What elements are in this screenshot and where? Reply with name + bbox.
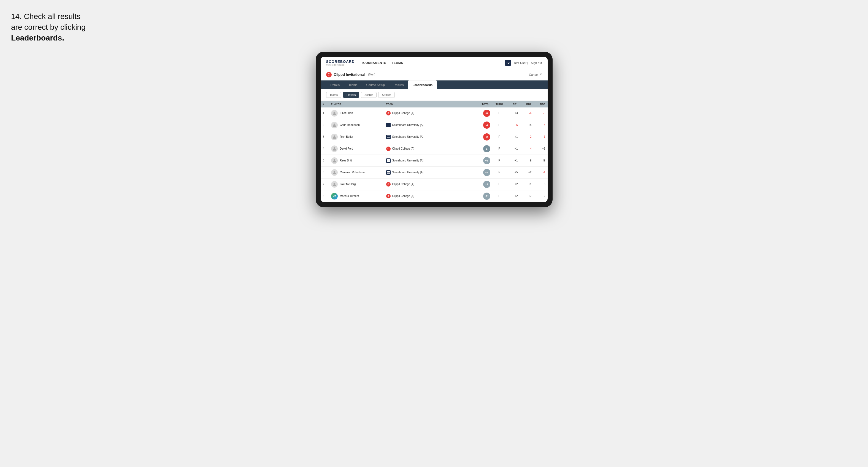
thru-cell: F [493, 155, 506, 166]
team-cell: Scoreboard University [A] [384, 119, 473, 131]
filter-scores[interactable]: Scores [361, 92, 377, 98]
player-cell: Cameron Robertson [329, 166, 384, 178]
player-cell: Chris Robertson [329, 119, 384, 131]
rd2-cell: +5 [520, 119, 534, 131]
rd3-cell: -5 [534, 107, 548, 119]
col-rd3: RD3 [534, 101, 548, 107]
thru-cell: F [493, 166, 506, 178]
user-name: Test User | [514, 61, 528, 64]
filter-players[interactable]: Players [343, 92, 359, 98]
rd1-cell: +5 [506, 166, 520, 178]
total-cell: +9 [473, 178, 493, 190]
rd3-cell: +3 [534, 143, 548, 155]
thru-cell: F [493, 107, 506, 119]
svg-point-5 [333, 171, 335, 173]
rank-cell: 2 [321, 119, 329, 131]
rd1-cell: +3 [506, 107, 520, 119]
rd2-cell: +7 [520, 190, 534, 202]
instruction-block: 14. Check all results are correct by cli… [11, 11, 116, 43]
col-player: PLAYER [329, 101, 384, 107]
col-team: TEAM [384, 101, 473, 107]
tab-leaderboards[interactable]: Leaderboards [408, 81, 437, 89]
table-row: 3 Rich Butler Scoreboard University [A] … [321, 131, 548, 143]
tournament-header: C Clippd Invitational (Men) Cancel ✕ [321, 69, 548, 81]
total-cell: +6 [473, 166, 493, 178]
tab-details[interactable]: Details [326, 81, 344, 89]
svg-point-3 [333, 147, 335, 149]
nav-left: SCOREBOARD Powered by clippd TOURNAMENTS… [326, 60, 403, 66]
player-cell: Rich Butler [329, 131, 384, 143]
tournament-badge: (Men) [368, 73, 375, 76]
device-screen: SCOREBOARD Powered by clippd TOURNAMENTS… [321, 57, 548, 202]
tournament-name: Clippd Invitational [334, 72, 365, 76]
total-cell: -4 [473, 119, 493, 131]
nav-link-tournaments[interactable]: TOURNAMENTS [361, 60, 386, 66]
total-cell: +11 [473, 190, 493, 202]
tab-bar: Details Teams Course Setup Results Leade… [321, 81, 548, 89]
tab-course-setup[interactable]: Course Setup [362, 81, 389, 89]
rank-cell: 7 [321, 178, 329, 190]
signout-link[interactable]: Sign out [531, 61, 542, 64]
logo-text: SCOREBOARD [326, 60, 355, 64]
filter-teams[interactable]: Teams [326, 92, 341, 98]
col-rd1: RD1 [506, 101, 520, 107]
total-cell: -8 [473, 107, 493, 119]
col-total: TOTAL [473, 101, 493, 107]
thru-cell: F [493, 131, 506, 143]
rank-cell: 6 [321, 166, 329, 178]
filter-strokes[interactable]: Strokes [378, 92, 395, 98]
rd1-cell: +2 [506, 190, 520, 202]
rd1-cell: +1 [506, 131, 520, 143]
rd2-cell: +1 [520, 178, 534, 190]
rd1-cell: +1 [506, 143, 520, 155]
rd2-cell: -6 [520, 107, 534, 119]
tab-teams[interactable]: Teams [344, 81, 362, 89]
thru-cell: F [493, 190, 506, 202]
logo-sub: Powered by clippd [326, 64, 355, 66]
svg-point-2 [333, 135, 335, 137]
rd3-cell: -4 [534, 119, 548, 131]
total-cell: +1 [473, 155, 493, 166]
player-cell: Blair McHarg [329, 178, 384, 190]
svg-point-6 [333, 183, 335, 184]
rd3-cell: E [534, 155, 548, 166]
cancel-button[interactable]: Cancel ✕ [529, 73, 542, 76]
player-cell: Elliot Ebert [329, 107, 384, 119]
team-cell: Scoreboard University [A] [384, 155, 473, 166]
rd2-cell: -2 [520, 131, 534, 143]
col-rank: # [321, 101, 329, 107]
logo-area: SCOREBOARD Powered by clippd [326, 60, 355, 66]
team-cell: C Clippd College [A] [384, 143, 473, 155]
tab-results[interactable]: Results [389, 81, 408, 89]
table-row: 1 Elliot Ebert C Clippd College [A] -8 F… [321, 107, 548, 119]
rd3-cell: -1 [534, 131, 548, 143]
svg-point-0 [333, 112, 335, 113]
thru-cell: F [493, 178, 506, 190]
rank-cell: 3 [321, 131, 329, 143]
rd2-cell: -4 [520, 143, 534, 155]
rd2-cell: +2 [520, 166, 534, 178]
col-thru: THRU [493, 101, 506, 107]
table-row: 7 Blair McHarg C Clippd College [A] +9 F… [321, 178, 548, 190]
rank-cell: 8 [321, 190, 329, 202]
rd2-cell: E [520, 155, 534, 166]
leaderboard-table: # PLAYER TEAM TOTAL THRU RD1 RD2 RD3 1 E… [321, 101, 548, 202]
rank-cell: 5 [321, 155, 329, 166]
rank-cell: 1 [321, 107, 329, 119]
player-cell: MT Marcus Turners [329, 190, 384, 202]
team-cell: Scoreboard University [A] [384, 131, 473, 143]
nav-right: TU Test User | Sign out [505, 60, 542, 66]
filter-bar: Teams Players Scores Strokes [321, 89, 548, 101]
thru-cell: F [493, 143, 506, 155]
user-avatar: TU [505, 60, 511, 66]
table-row: 6 Cameron Robertson Scoreboard Universit… [321, 166, 548, 178]
nav-link-teams[interactable]: TEAMS [392, 60, 403, 66]
total-cell: E [473, 143, 493, 155]
player-cell: Rees Britt [329, 155, 384, 166]
table-row: 2 Chris Robertson Scoreboard University … [321, 119, 548, 131]
total-cell: -2 [473, 131, 493, 143]
team-cell: C Clippd College [A] [384, 178, 473, 190]
tournament-icon: C [326, 72, 332, 77]
tournament-title: C Clippd Invitational (Men) [326, 72, 375, 77]
top-nav: SCOREBOARD Powered by clippd TOURNAMENTS… [321, 57, 548, 69]
